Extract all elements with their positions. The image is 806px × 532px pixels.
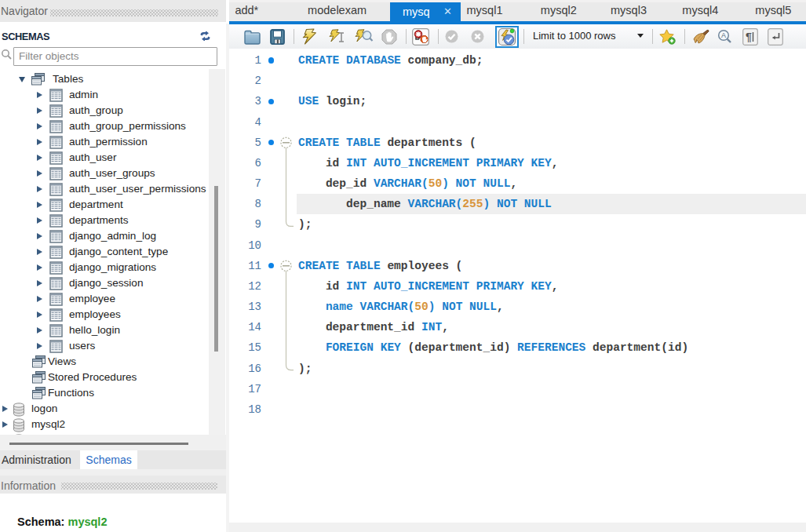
svg-text:A: A: [721, 31, 726, 39]
svg-text:¶: ¶: [746, 31, 752, 43]
